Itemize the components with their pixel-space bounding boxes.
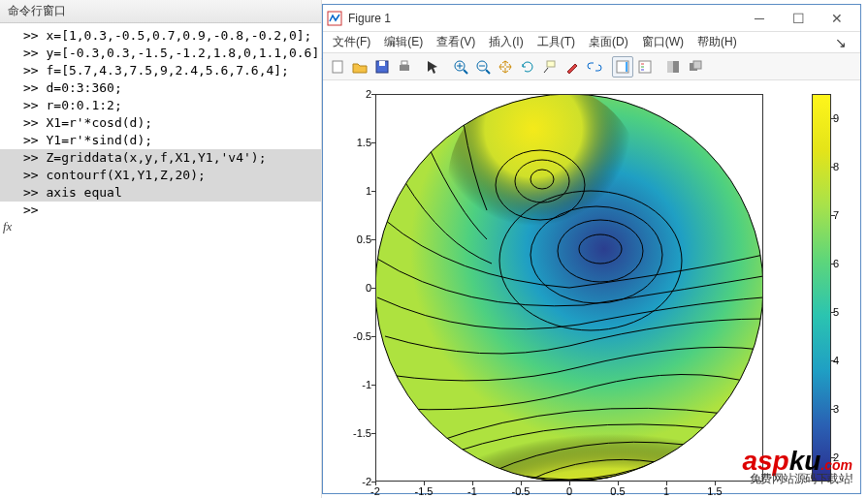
svg-rect-3 — [379, 61, 385, 66]
y-tick-label: -1 — [342, 379, 371, 390]
command-line[interactable]: >> r=0:0.1:2; — [0, 97, 321, 114]
command-line[interactable]: >> d=0:3:360; — [0, 79, 321, 97]
figure-window: Figure 1 ─ ☐ ✕ 文件(F)编辑(E)查看(V)插入(I)工具(T)… — [322, 4, 861, 494]
command-window-title: 命令行窗口 — [0, 0, 321, 23]
colorbar-tick — [831, 409, 835, 410]
expand-icon[interactable]: ↘ — [835, 35, 847, 50]
y-tick-label: 0 — [342, 282, 371, 294]
close-button[interactable]: ✕ — [818, 7, 856, 30]
svg-rect-5 — [402, 61, 407, 65]
fx-icon[interactable]: fx — [3, 219, 12, 234]
y-tick-label: 0.5 — [342, 233, 371, 245]
maximize-button[interactable]: ☐ — [779, 7, 818, 30]
command-line[interactable]: >> f=[5.7,4.3,7.5,9,2.4,5.6,7.6,4]; — [0, 62, 321, 79]
colorbar-tick — [831, 312, 835, 313]
axes[interactable] — [375, 94, 763, 482]
y-tick-label: 1.5 — [342, 137, 371, 148]
y-tick — [371, 385, 375, 386]
y-tick — [371, 191, 375, 192]
x-tick-label: -0.5 — [512, 485, 530, 497]
legend-icon[interactable] — [634, 56, 656, 78]
menu-item[interactable]: 帮助(H) — [697, 34, 737, 50]
command-window: 命令行窗口 >> x=[1,0.3,-0.5,0.7,0.9,-0.8,-0.2… — [0, 0, 322, 498]
y-tick-label: -2 — [342, 476, 371, 487]
colorbar-gradient — [812, 94, 831, 482]
y-tick-label: -1.5 — [342, 427, 371, 439]
zoom-out-icon[interactable] — [472, 56, 494, 78]
brush-icon[interactable] — [562, 56, 583, 78]
menu-item[interactable]: 查看(V) — [436, 34, 475, 50]
figure-title: Figure 1 — [348, 12, 740, 25]
axes-box — [375, 94, 763, 482]
x-tick-label: 1.5 — [707, 485, 722, 497]
rotate-icon[interactable] — [517, 56, 538, 78]
y-tick — [371, 142, 375, 143]
command-line[interactable]: >> y=[-0.3,0.3,-1.5,-1.2,1.8,0,1.1,0.6]; — [0, 45, 321, 62]
menu-item[interactable]: 编辑(E) — [384, 34, 423, 50]
pan-icon[interactable] — [495, 56, 516, 78]
y-tick — [371, 288, 375, 289]
y-tick-label: 1 — [342, 185, 371, 197]
colorbar-icon[interactable] — [612, 56, 633, 78]
undock-icon[interactable] — [685, 56, 706, 78]
y-tick-label: -0.5 — [342, 330, 371, 342]
x-tick-label: 0.5 — [610, 485, 625, 497]
svg-rect-4 — [400, 65, 409, 71]
y-tick — [371, 94, 375, 95]
x-tick-label: -1.5 — [415, 485, 434, 497]
svg-rect-13 — [547, 61, 555, 67]
link-icon[interactable] — [584, 56, 605, 78]
menu-item[interactable]: 桌面(D) — [589, 34, 628, 50]
menu-item[interactable]: 窗口(W) — [642, 34, 684, 50]
watermark: aspku.com 免费网站源码下载站! — [742, 446, 852, 487]
x-tick-label: -1 — [467, 485, 477, 497]
minimize-button[interactable]: ─ — [740, 7, 779, 30]
x-tick-label: -2 — [370, 485, 380, 497]
colorbar-tick — [831, 118, 835, 119]
arrow-icon[interactable] — [422, 56, 443, 78]
figure-toolbar — [323, 53, 860, 80]
colorbar-tick — [831, 360, 835, 361]
command-line[interactable]: >> X1=r'*cosd(d); — [0, 114, 321, 132]
colorbar[interactable]: 23456789 — [812, 94, 831, 482]
svg-rect-1 — [333, 61, 342, 73]
menu-item[interactable]: 文件(F) — [333, 34, 370, 50]
command-line[interactable]: >> axis equal — [0, 184, 321, 202]
new-file-icon[interactable] — [327, 56, 348, 78]
colorbar-tick — [831, 215, 835, 216]
print-icon[interactable] — [394, 56, 415, 78]
y-tick-label: 2 — [342, 88, 371, 100]
menu-item[interactable]: 工具(T) — [537, 34, 575, 50]
x-tick-label: 0 — [566, 485, 572, 497]
colorbar-tick — [831, 264, 835, 265]
zoom-in-icon[interactable] — [450, 56, 471, 78]
y-tick — [371, 336, 375, 337]
dock-icon[interactable] — [662, 56, 684, 78]
svg-rect-15 — [626, 62, 627, 72]
figure-titlebar[interactable]: Figure 1 ─ ☐ ✕ — [323, 5, 860, 32]
command-line[interactable]: >> contourf(X1,Y1,Z,20); — [0, 167, 321, 184]
command-line[interactable]: >> Z=griddata(x,y,f,X1,Y1,'v4'); — [0, 149, 321, 167]
figure-menubar: 文件(F)编辑(E)查看(V)插入(I)工具(T)桌面(D)窗口(W)帮助(H)… — [323, 32, 860, 53]
matlab-figure-icon — [327, 11, 342, 26]
svg-rect-16 — [639, 61, 651, 73]
svg-rect-23 — [693, 61, 701, 69]
command-line[interactable]: >> x=[1,0.3,-0.5,0.7,0.9,-0.8,-0.2,0]; — [0, 27, 321, 45]
save-icon[interactable] — [371, 56, 393, 78]
command-window-body[interactable]: >> x=[1,0.3,-0.5,0.7,0.9,-0.8,-0.2,0];>>… — [0, 23, 321, 219]
colorbar-tick — [831, 167, 835, 168]
y-tick — [371, 433, 375, 434]
open-icon[interactable] — [349, 56, 370, 78]
command-line[interactable]: >> — [0, 202, 321, 219]
x-tick-label: 1 — [663, 485, 669, 497]
svg-line-7 — [464, 70, 467, 74]
figure-plot-area: 23456789 aspku.com 免费网站源码下载站! -2-1.5-1-0… — [323, 80, 860, 493]
data-cursor-icon[interactable] — [539, 56, 561, 78]
command-line[interactable]: >> Y1=r'*sind(d); — [0, 132, 321, 149]
svg-line-11 — [486, 70, 490, 74]
menu-item[interactable]: 插入(I) — [489, 34, 523, 50]
svg-rect-21 — [667, 61, 673, 73]
y-tick — [371, 239, 375, 240]
